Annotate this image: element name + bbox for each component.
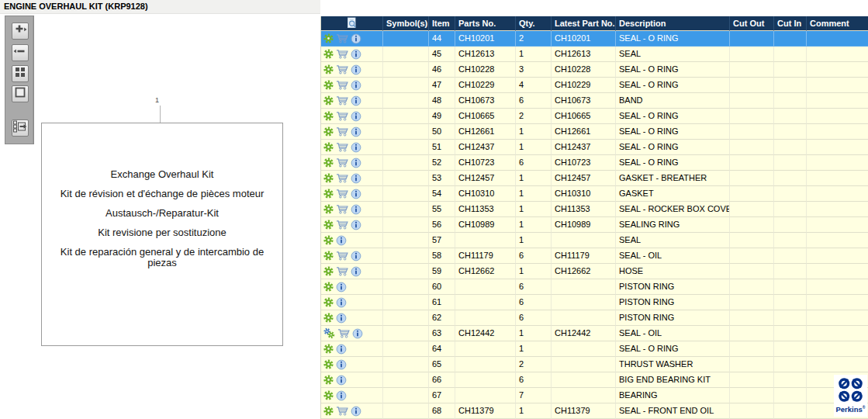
cart-icon[interactable] — [336, 49, 348, 59]
info-icon[interactable] — [351, 126, 361, 137]
gear-icon[interactable] — [323, 126, 334, 137]
table-row[interactable]: 652THRUST WASHER — [321, 357, 868, 372]
table-row[interactable]: 641SEAL - O RING — [321, 341, 868, 357]
header-cut_out[interactable]: Cut Out — [730, 16, 774, 31]
info-icon[interactable] — [336, 297, 347, 308]
header-icon-cell[interactable] — [321, 16, 383, 31]
gear-icon[interactable] — [323, 80, 334, 90]
cart-icon[interactable] — [336, 33, 348, 43]
header-cut_in[interactable]: Cut In — [774, 16, 807, 31]
cart-icon[interactable] — [336, 204, 348, 214]
cart-icon[interactable] — [336, 251, 348, 261]
tile-view-button[interactable] — [12, 65, 29, 82]
gear-icon[interactable] — [323, 111, 334, 121]
gear-icon[interactable] — [323, 375, 334, 385]
info-icon[interactable] — [336, 375, 347, 386]
table-row[interactable]: 58CH111796CH11179SEAL - OIL — [321, 248, 868, 264]
gear-icon[interactable] — [323, 158, 334, 168]
gear-icon[interactable] — [323, 313, 334, 323]
table-row[interactable]: 56CH109891CH10989SEALING RING — [321, 217, 868, 233]
table-row[interactable]: 47CH102294CH10229SEAL - O RING — [321, 78, 868, 93]
info-icon[interactable] — [336, 313, 347, 324]
table-row[interactable]: 45CH126131CH12613SEAL — [321, 47, 868, 62]
table-row[interactable]: 49CH106652CH10665SEAL - O RING — [321, 109, 868, 124]
gear-icon[interactable] — [323, 359, 334, 369]
table-row[interactable]: 53CH124571CH12457GASKET - BREATHER — [321, 171, 868, 186]
info-icon[interactable] — [351, 142, 361, 153]
info-icon[interactable] — [336, 282, 347, 293]
cart-icon[interactable] — [336, 142, 348, 152]
gear-icon[interactable] — [323, 406, 334, 416]
cart-icon[interactable] — [336, 266, 348, 276]
table-row[interactable]: 571SEAL — [321, 233, 868, 248]
cart-icon[interactable] — [336, 158, 348, 168]
table-row[interactable]: 63CH124421CH12442SEAL - OIL — [321, 326, 868, 341]
header-parts_no[interactable]: Parts No. — [455, 16, 516, 31]
info-icon[interactable] — [351, 111, 361, 122]
table-row[interactable]: 52CH107236CH10723SEAL - O RING — [321, 155, 868, 171]
info-icon[interactable] — [351, 33, 361, 44]
info-icon[interactable] — [336, 359, 347, 370]
gear-icon[interactable] — [323, 251, 334, 261]
cart-icon[interactable] — [336, 64, 348, 74]
cart-icon[interactable] — [336, 111, 348, 121]
table-row[interactable]: 606PISTON RING — [321, 279, 868, 295]
info-icon[interactable] — [351, 64, 361, 75]
gear-icon[interactable] — [323, 64, 334, 74]
cart-icon[interactable] — [336, 95, 348, 106]
table-row[interactable]: 50CH126611CH12661SEAL - O RING — [321, 124, 868, 140]
info-icon[interactable] — [351, 220, 361, 230]
kit-gear-icon[interactable] — [323, 328, 335, 338]
info-icon[interactable] — [351, 251, 361, 261]
gear-icon[interactable] — [323, 33, 334, 43]
info-icon[interactable] — [352, 328, 363, 339]
gear-icon[interactable] — [323, 173, 334, 183]
gear-icon[interactable] — [323, 49, 334, 59]
gear-icon[interactable] — [323, 189, 334, 199]
info-icon[interactable] — [351, 406, 361, 417]
info-icon[interactable] — [351, 173, 361, 184]
cart-icon[interactable] — [336, 126, 348, 137]
table-row[interactable]: 48CH106736CH10673BAND — [321, 93, 868, 109]
table-row[interactable]: 666BIG END BEARING KIT — [321, 372, 868, 388]
cart-icon[interactable] — [336, 80, 348, 90]
info-icon[interactable] — [351, 49, 361, 60]
info-icon[interactable] — [336, 390, 347, 401]
table-row[interactable]: 44CH102012CH10201SEAL - O RING — [321, 31, 868, 47]
table-row[interactable]: 626PISTON RING — [321, 310, 868, 326]
gear-icon[interactable] — [323, 142, 334, 152]
gear-icon[interactable] — [323, 297, 334, 307]
table-row[interactable]: 54CH103101CH10310GASKET — [321, 186, 868, 202]
gear-icon[interactable] — [323, 344, 334, 354]
info-icon[interactable] — [336, 344, 347, 355]
gear-icon[interactable] — [323, 204, 334, 214]
table-row[interactable]: 46CH102283CH10228SEAL - O RING — [321, 62, 868, 78]
single-view-button[interactable] — [12, 85, 29, 102]
header-latest[interactable]: Latest Part No. — [552, 16, 616, 31]
cart-icon[interactable] — [337, 328, 350, 338]
gear-icon[interactable] — [323, 235, 334, 245]
info-icon[interactable] — [351, 158, 361, 168]
gear-icon[interactable] — [323, 282, 334, 292]
header-comment[interactable]: Comment — [807, 16, 868, 31]
info-icon[interactable] — [351, 189, 361, 199]
info-icon[interactable] — [351, 266, 361, 277]
header-desc[interactable]: Description — [616, 16, 730, 31]
gear-icon[interactable] — [323, 266, 334, 276]
gear-icon[interactable] — [323, 220, 334, 230]
info-icon[interactable] — [351, 204, 361, 215]
send-to-list-button[interactable] — [12, 119, 29, 137]
info-icon[interactable] — [351, 80, 361, 91]
gear-icon[interactable] — [323, 390, 334, 400]
header-item[interactable]: Item — [429, 16, 455, 31]
cart-icon[interactable] — [336, 406, 348, 416]
zoom-in-button[interactable] — [12, 23, 29, 40]
zoom-out-button[interactable] — [12, 44, 29, 61]
table-row[interactable]: 677BEARING — [321, 388, 868, 403]
info-icon[interactable] — [336, 235, 347, 246]
header-qty[interactable]: Qty. — [516, 16, 552, 31]
header-symbols[interactable]: Symbol(s) — [383, 16, 429, 31]
gear-icon[interactable] — [323, 95, 334, 106]
cart-icon[interactable] — [336, 189, 348, 199]
cart-icon[interactable] — [336, 220, 348, 230]
